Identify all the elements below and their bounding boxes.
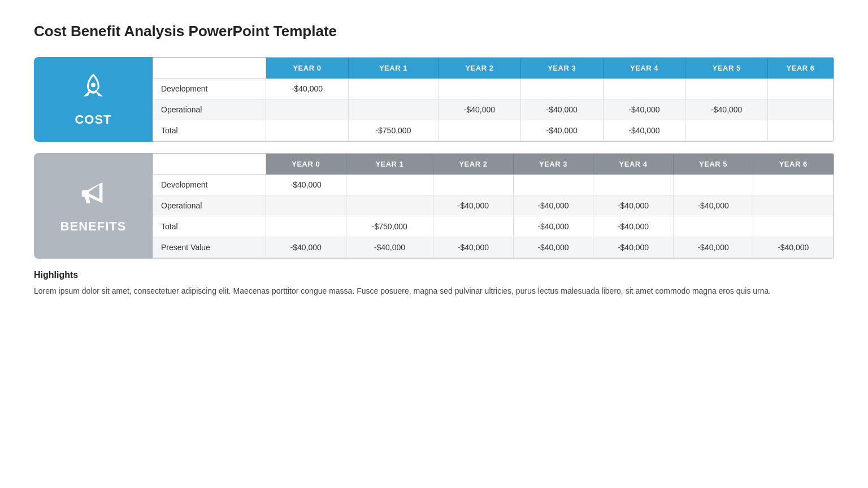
row-label: Total — [153, 216, 266, 237]
cell-value — [266, 99, 349, 120]
cell-value — [266, 195, 346, 216]
cell-value — [685, 79, 768, 99]
row-label: Development — [153, 79, 266, 99]
cell-value: -$40,000 — [753, 237, 834, 258]
table-row: Operational-$40,000-$40,000-$40,000-$40,… — [153, 195, 834, 216]
cell-value — [768, 99, 834, 120]
table-row: Development-$40,000 — [153, 175, 834, 195]
cell-value: -$40,000 — [513, 195, 593, 216]
cell-value — [433, 175, 514, 195]
cell-value: -$40,000 — [513, 237, 593, 258]
cell-value — [753, 195, 834, 216]
cell-value — [513, 175, 593, 195]
cell-value: -$750,000 — [346, 216, 433, 237]
highlights-title: Highlights — [34, 270, 834, 280]
cell-value — [348, 99, 438, 120]
cost-col-year0: YEAR 0 — [266, 58, 349, 79]
cost-header-row: YEAR 0 YEAR 1 YEAR 2 YEAR 3 YEAR 4 YEAR … — [153, 58, 834, 79]
cell-value — [685, 120, 768, 141]
cost-section: COST YEAR 0 YEAR 1 YEAR 2 YEAR 3 YEAR 4 … — [34, 57, 834, 142]
benefits-col-year1: YEAR 1 — [346, 154, 433, 175]
cell-value — [753, 175, 834, 195]
rocket-icon — [79, 72, 107, 106]
cell-value — [753, 216, 834, 237]
cell-value: -$40,000 — [603, 120, 685, 141]
cell-value: -$40,000 — [520, 99, 603, 120]
cell-value — [439, 79, 521, 99]
cost-col-year2: YEAR 2 — [439, 58, 521, 79]
benefits-section: BENEFITS YEAR 0 YEAR 1 YEAR 2 YEAR 3 YEA… — [34, 153, 834, 259]
svg-point-0 — [91, 83, 96, 88]
cost-col-year1: YEAR 1 — [348, 58, 438, 79]
cell-value — [768, 120, 834, 141]
cell-value — [433, 216, 514, 237]
benefits-label-box: BENEFITS — [34, 153, 153, 259]
benefits-table: YEAR 0 YEAR 1 YEAR 2 YEAR 3 YEAR 4 YEAR … — [153, 154, 834, 258]
cell-value: -$40,000 — [673, 237, 753, 258]
table-row: Operational-$40,000-$40,000-$40,000-$40,… — [153, 99, 834, 120]
cost-col-year5: YEAR 5 — [685, 58, 768, 79]
cost-col-year6: YEAR 6 — [768, 58, 834, 79]
row-label: Operational — [153, 195, 266, 216]
cell-value: -$40,000 — [266, 237, 346, 258]
table-row: Development-$40,000 — [153, 79, 834, 99]
cell-value — [768, 79, 834, 99]
highlights-text: Lorem ipsum dolor sit amet, consectetuer… — [34, 285, 834, 297]
cell-value — [348, 79, 438, 99]
table-row: Total-$750,000-$40,000-$40,000 — [153, 216, 834, 237]
cell-value: -$40,000 — [439, 99, 521, 120]
cell-value: -$40,000 — [603, 99, 685, 120]
cost-label-box: COST — [34, 57, 153, 142]
cell-value: -$40,000 — [433, 195, 514, 216]
row-label: Operational — [153, 99, 266, 120]
benefits-col-year6: YEAR 6 — [753, 154, 834, 175]
cell-value — [673, 175, 753, 195]
benefits-col-year5: YEAR 5 — [673, 154, 753, 175]
benefits-label-text: BENEFITS — [60, 219, 127, 234]
row-label: Present Value — [153, 237, 266, 258]
cell-value — [603, 79, 685, 99]
cell-value: -$40,000 — [520, 120, 603, 141]
cell-value — [439, 120, 521, 141]
benefits-col-empty — [153, 154, 266, 175]
cell-value: -$750,000 — [348, 120, 438, 141]
cell-value: -$40,000 — [346, 237, 433, 258]
cell-value: -$40,000 — [593, 195, 674, 216]
cost-table: YEAR 0 YEAR 1 YEAR 2 YEAR 3 YEAR 4 YEAR … — [153, 58, 834, 141]
highlights-section: Highlights Lorem ipsum dolor sit amet, c… — [34, 270, 834, 297]
cost-label-text: COST — [75, 112, 111, 127]
cell-value — [266, 120, 349, 141]
cell-value — [266, 216, 346, 237]
cell-value: -$40,000 — [593, 237, 674, 258]
cell-value: -$40,000 — [513, 216, 593, 237]
cell-value: -$40,000 — [593, 216, 674, 237]
table-row: Total-$750,000-$40,000-$40,000 — [153, 120, 834, 141]
cost-col-year3: YEAR 3 — [520, 58, 603, 79]
cost-table-container: YEAR 0 YEAR 1 YEAR 2 YEAR 3 YEAR 4 YEAR … — [153, 57, 834, 142]
cell-value: -$40,000 — [685, 99, 768, 120]
cell-value — [346, 175, 433, 195]
benefits-col-year3: YEAR 3 — [513, 154, 593, 175]
benefits-col-year2: YEAR 2 — [433, 154, 514, 175]
cell-value: -$40,000 — [673, 195, 753, 216]
cell-value — [593, 175, 674, 195]
row-label: Development — [153, 175, 266, 195]
row-label: Total — [153, 120, 266, 141]
benefits-header-row: YEAR 0 YEAR 1 YEAR 2 YEAR 3 YEAR 4 YEAR … — [153, 154, 834, 175]
cell-value — [346, 195, 433, 216]
cell-value: -$40,000 — [433, 237, 514, 258]
benefits-col-year0: YEAR 0 — [266, 154, 346, 175]
cell-value: -$40,000 — [266, 175, 346, 195]
megaphone-icon — [79, 178, 107, 212]
cell-value: -$40,000 — [266, 79, 349, 99]
cell-value — [520, 79, 603, 99]
benefits-table-container: YEAR 0 YEAR 1 YEAR 2 YEAR 3 YEAR 4 YEAR … — [153, 153, 834, 259]
benefits-col-year4: YEAR 4 — [593, 154, 674, 175]
cost-col-empty — [153, 58, 266, 79]
page-title: Cost Benefit Analysis PowerPoint Templat… — [34, 23, 834, 40]
cost-col-year4: YEAR 4 — [603, 58, 685, 79]
table-row: Present Value-$40,000-$40,000-$40,000-$4… — [153, 237, 834, 258]
cell-value — [673, 216, 753, 237]
